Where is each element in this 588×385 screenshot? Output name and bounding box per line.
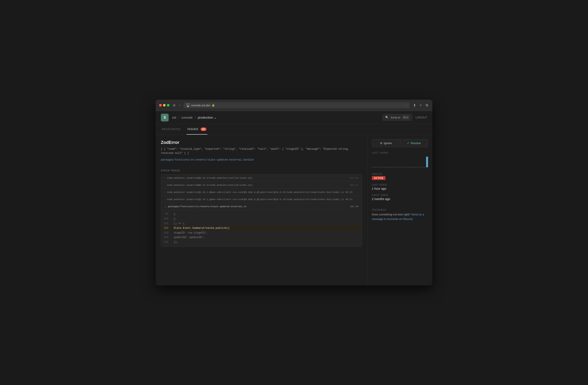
code-line: 104 updateID: updateID!, xyxy=(161,235,362,240)
tab-more-button[interactable]: ··· xyxy=(405,104,407,107)
issue-description: [ { "code": "invalid_type", "expected": … xyxy=(161,147,362,155)
bar-chart-bar xyxy=(374,167,376,167)
back-button[interactable]: ‹ xyxy=(178,103,181,107)
stack-frame[interactable]: › node_modules/.pnpm/sst@2.43.2_@aws-sdk… xyxy=(161,196,362,203)
bar-chart-bar xyxy=(405,167,407,167)
jump-to-button[interactable]: 🔍 Jump to ⌘ K xyxy=(382,114,412,121)
sidebar-toggle-button[interactable]: ⊞ xyxy=(172,103,176,107)
close-button[interactable] xyxy=(159,104,162,106)
bar-chart-bar xyxy=(419,167,421,167)
breadcrumb: sst / console / production ⌄ xyxy=(172,116,217,120)
bar-chart-bar xyxy=(400,167,402,167)
logout-button[interactable]: LOGOUT xyxy=(416,116,427,119)
feedback-section: FEEDBACK Does something not look right? … xyxy=(372,208,428,222)
first-seen-value: 2 months ago xyxy=(372,197,428,201)
bar-chart-bar xyxy=(402,167,404,167)
code-line: 100 }, xyxy=(161,217,362,222)
frame-position: 102:45 xyxy=(350,205,358,208)
traffic-lights xyxy=(159,104,169,106)
code-line: 99 }, xyxy=(161,212,362,217)
code-block: 99 }, 100 }, 101 () => { 102 xyxy=(161,210,362,246)
breadcrumb-app[interactable]: console xyxy=(181,116,193,119)
code-line-highlighted: 102 State.Event.SummaryCreated.publish({ xyxy=(161,226,362,231)
bar-chart-bar xyxy=(379,167,381,167)
issues-badge: 25 xyxy=(201,127,207,131)
status-label: STATUS xyxy=(372,173,428,175)
status-value: ACTIVE xyxy=(372,176,428,180)
issue-title: ZodError xyxy=(161,140,362,145)
issue-file-link[interactable]: packages/functions/src/events/stack-upda… xyxy=(161,158,254,162)
new-tab-button[interactable]: + xyxy=(419,102,423,108)
tab-overview-button[interactable]: ⧉ xyxy=(425,102,429,108)
frame-path: node_modules/.pnpm/zod@3.23.8/node_modul… xyxy=(167,184,348,186)
bar-chart-bar xyxy=(388,167,390,167)
ignore-icon: ⊘ xyxy=(380,142,382,145)
frame-path: node_modules/.pnpm/zod@3.23.8/node_modul… xyxy=(167,177,348,179)
app-header: S sst / console / production ⌄ 🔍 Jump to… xyxy=(156,111,432,124)
issue-panel: ZodError [ { "code": "invalid_type", "ex… xyxy=(156,135,368,285)
right-sidebar: ⊘ Ignore ✓ Resolve LAST 24HRS STATUS ACT xyxy=(368,135,432,285)
stack-frame-expanded[interactable]: ⌄ packages/functions/src/events/stack-up… xyxy=(161,203,362,210)
last-seen-row: LAST SEEN 1 hour ago xyxy=(372,183,428,190)
chevron-right-icon: › xyxy=(165,184,165,186)
breadcrumb-org[interactable]: sst xyxy=(172,116,176,119)
feedback-label: FEEDBACK xyxy=(372,208,428,211)
bar-chart-bar xyxy=(417,167,419,167)
tab-issues[interactable]: ISSUES 25 xyxy=(187,124,207,135)
chevron-right-icon: › xyxy=(165,191,165,194)
frame-position: 587:60 xyxy=(350,177,358,179)
code-line: 101 () => { xyxy=(161,222,362,226)
browser-window: ⊞ ‹ 🖥️ console.sst.dev 🔒 ··· ⬆ + ⧉ S sst… xyxy=(156,100,432,285)
chart-section: LAST 24HRS xyxy=(372,151,428,168)
lock-icon: 🔒 xyxy=(212,104,215,107)
stack-frame[interactable]: › node_modules/.pnpm/sst@2.43.2_@aws-sdk… xyxy=(161,189,362,196)
header-right: 🔍 Jump to ⌘ K LOGOUT xyxy=(382,114,427,121)
main-content: ZodError [ { "code": "invalid_type", "ex… xyxy=(156,135,432,285)
last-seen-label: LAST SEEN xyxy=(372,183,428,186)
browser-controls: ⊞ ‹ xyxy=(172,103,181,107)
address-bar[interactable]: 🖥️ console.sst.dev 🔒 ··· xyxy=(184,102,410,108)
status-row: STATUS ACTIVE xyxy=(372,173,428,180)
chevron-down-icon: ⌄ xyxy=(214,116,217,120)
code-line: 105 }), xyxy=(161,240,362,245)
resolve-button[interactable]: ✓ Resolve xyxy=(400,139,428,147)
stack-frame[interactable]: › node_modules/.pnpm/zod@3.23.8/node_mod… xyxy=(161,182,362,189)
bar-chart-bar xyxy=(412,167,414,167)
bar-chart xyxy=(372,157,428,167)
tab-resources[interactable]: RESOURCES xyxy=(161,124,181,135)
frame-path-highlighted: packages/functions/src/events/stack-upda… xyxy=(168,205,348,208)
breadcrumb-env[interactable]: production ⌄ xyxy=(198,116,217,120)
bar-chart-bar xyxy=(398,167,400,167)
bar-chart-bar xyxy=(384,167,386,167)
action-buttons: ⊘ Ignore ✓ Resolve xyxy=(372,139,428,147)
code-line: 103 stageID: row.stageID!, xyxy=(161,231,362,236)
browser-actions: ⬆ + ⧉ xyxy=(412,102,429,108)
chevron-right-icon: › xyxy=(165,177,165,179)
stack-frame[interactable]: › node_modules/.pnpm/zod@3.23.8/node_mod… xyxy=(161,175,362,182)
bar-chart-bar xyxy=(372,167,374,167)
bar-chart-bar xyxy=(414,167,416,167)
chart-label: LAST 24HRS xyxy=(372,151,428,154)
ignore-button[interactable]: ⊘ Ignore xyxy=(372,139,400,147)
last-seen-value: 1 hour ago xyxy=(372,187,428,190)
minimize-button[interactable] xyxy=(163,104,166,106)
first-seen-label: FIRST SEEN xyxy=(372,194,428,196)
chevron-right-icon: › xyxy=(165,198,165,201)
stack-trace: › node_modules/.pnpm/zod@3.23.8/node_mod… xyxy=(161,174,362,246)
status-badge: ACTIVE xyxy=(372,176,385,180)
bar-chart-bar xyxy=(386,167,388,167)
search-icon: 🔍 xyxy=(385,116,389,119)
url-text: console.sst.dev xyxy=(191,104,210,107)
bar-chart-bar xyxy=(424,167,426,167)
maximize-button[interactable] xyxy=(167,104,169,106)
check-icon: ✓ xyxy=(407,142,409,145)
share-button[interactable]: ⬆ xyxy=(412,102,417,108)
bar-chart-bar xyxy=(421,167,423,167)
bar-chart-bar xyxy=(391,167,393,167)
bar-chart-bar xyxy=(393,167,395,167)
info-section: STATUS ACTIVE LAST SEEN 1 hour ago FIRST… xyxy=(372,173,428,204)
stack-trace-label: STACK TRACE xyxy=(161,169,362,172)
browser-chrome: ⊞ ‹ 🖥️ console.sst.dev 🔒 ··· ⬆ + ⧉ xyxy=(156,100,432,111)
chevron-down-icon: ⌄ xyxy=(165,205,166,208)
frame-position: 692:21 xyxy=(350,184,358,186)
